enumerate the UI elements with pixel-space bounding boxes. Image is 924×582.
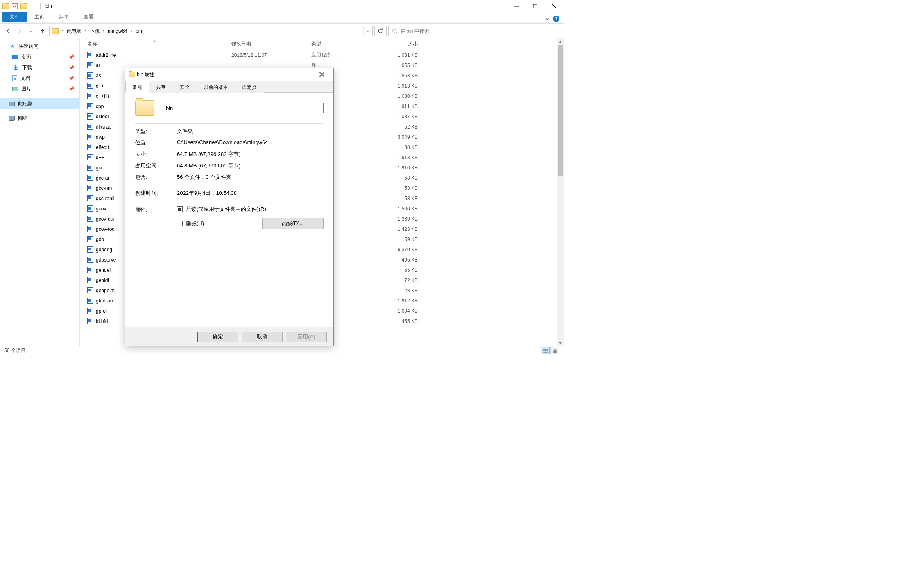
sidebar-item-pictures[interactable]: 图片 📌	[0, 83, 79, 94]
file-size: 28 KB	[377, 288, 422, 293]
sidebar-quick-access[interactable]: ★ 快速访问	[0, 41, 79, 52]
file-type: 应用程序	[311, 52, 377, 59]
file-name: genpeim	[96, 288, 115, 293]
dialog-folder-icon	[129, 72, 135, 77]
network-icon	[9, 116, 15, 121]
help-icon[interactable]: ?	[553, 16, 559, 22]
tab-share[interactable]: 共享	[149, 81, 173, 93]
dialog-titlebar[interactable]: bin 属性	[125, 68, 333, 81]
sidebar-item-label: 此电脑	[18, 100, 33, 107]
desktop-icon	[12, 55, 18, 59]
view-icons-button[interactable]	[550, 347, 559, 354]
tab-home[interactable]: 主页	[27, 12, 52, 22]
tab-security[interactable]: 安全	[173, 81, 197, 93]
advanced-button[interactable]: 高级(D)...	[262, 218, 324, 229]
exe-icon	[87, 216, 93, 222]
tab-previous[interactable]: 以前的版本	[197, 81, 235, 93]
properties-dialog: bin 属性 常规 共享 安全 以前的版本 自定义 类型:文件夹 位置:C:\U…	[125, 68, 334, 346]
file-size: 1,455 KB	[377, 318, 422, 324]
tab-general[interactable]: 常规	[125, 81, 149, 93]
apply-button[interactable]: 应用(A)	[286, 332, 327, 342]
address-folder-icon	[52, 28, 59, 34]
cancel-button[interactable]: 取消	[242, 332, 283, 342]
column-size[interactable]: 大小	[377, 41, 422, 47]
tab-share[interactable]: 共享	[52, 12, 76, 22]
file-size: 495 KB	[377, 257, 422, 263]
up-button[interactable]	[38, 26, 48, 36]
svg-point-6	[393, 29, 396, 32]
sidebar-item-label: 图片	[21, 86, 31, 92]
maximize-button[interactable]	[526, 0, 545, 12]
back-button[interactable]	[3, 26, 13, 36]
value-type: 文件夹	[177, 128, 324, 135]
vertical-scrollbar[interactable]: ▴ ▾	[557, 38, 564, 346]
dialog-close-button[interactable]	[314, 69, 330, 80]
minimize-button[interactable]	[507, 0, 526, 12]
hidden-checkbox[interactable]	[177, 221, 183, 226]
file-name: gcov	[96, 206, 106, 212]
ribbon-toggle-icon[interactable]	[545, 16, 550, 21]
sidebar-item-downloads[interactable]: 下载 📌	[0, 62, 79, 73]
exe-icon	[87, 308, 93, 314]
exe-icon	[87, 236, 93, 242]
ribbon-tabs: 文件 主页 共享 查看 ?	[0, 12, 564, 22]
value-location: C:\Users\Charles\Downloads\mingw64	[177, 139, 324, 147]
column-type[interactable]: 类型	[311, 41, 377, 47]
readonly-checkbox[interactable]	[177, 206, 183, 212]
search-input[interactable]	[400, 28, 557, 34]
qat-check-icon[interactable]	[11, 2, 19, 10]
breadcrumb-thispc[interactable]: 此电脑	[64, 26, 84, 36]
pc-icon	[9, 102, 15, 106]
file-name: c++	[96, 83, 104, 89]
sidebar-item-desktop[interactable]: 桌面 📌	[0, 52, 79, 62]
file-name: cpp	[96, 104, 104, 109]
close-button[interactable]	[545, 0, 564, 12]
breadcrumb-bin[interactable]: bin	[133, 26, 145, 36]
sidebar-item-label: 下载	[22, 64, 32, 71]
file-size: 9,370 KB	[377, 247, 422, 253]
sidebar-item-documents[interactable]: 文档 📌	[0, 73, 79, 83]
scroll-thumb[interactable]	[558, 45, 563, 176]
status-bar: 56 个项目	[0, 346, 564, 355]
view-details-button[interactable]	[541, 347, 550, 354]
file-size: 1,369 KB	[377, 216, 422, 222]
file-row[interactable]: addr2line2018/5/12 11:07应用程序1,031 KB	[80, 50, 564, 60]
file-name: gcc-ar	[96, 175, 109, 181]
scroll-down-icon[interactable]: ▾	[557, 339, 564, 346]
address-dropdown-icon[interactable]	[363, 26, 372, 36]
tab-custom[interactable]: 自定义	[235, 81, 264, 93]
exe-icon	[87, 267, 93, 273]
file-name: gendef	[96, 267, 111, 273]
refresh-button[interactable]	[374, 26, 387, 36]
ok-button[interactable]: 确定	[197, 332, 238, 342]
window-title: bin	[45, 3, 52, 9]
column-name[interactable]: 名称	[87, 41, 231, 47]
sidebar-thispc[interactable]: 此电脑	[0, 98, 79, 109]
qat-folder-icon[interactable]	[20, 3, 27, 9]
qat-overflow-icon[interactable]	[29, 2, 37, 10]
sidebar-network[interactable]: 网络	[0, 113, 79, 124]
exe-icon	[87, 52, 93, 58]
file-name: g++	[96, 155, 104, 160]
exe-icon	[87, 93, 93, 99]
breadcrumb-mingw64[interactable]: mingw64	[105, 26, 130, 36]
address-bar[interactable]: › 此电脑 › 下载 › mingw64 › bin	[49, 26, 373, 36]
file-name: gfortran	[96, 298, 113, 304]
file-size: 1,423 KB	[377, 226, 422, 232]
tab-view[interactable]: 查看	[76, 12, 101, 22]
file-size: 1,094 KB	[377, 308, 422, 314]
column-date[interactable]: 修改日期	[231, 41, 311, 47]
file-size: 1,912 KB	[377, 298, 422, 304]
recent-dropdown[interactable]	[26, 26, 36, 36]
tab-file[interactable]: 文件	[2, 12, 27, 22]
folder-name-input[interactable]	[163, 103, 324, 113]
column-headers: ▴ 名称 修改日期 类型 大小	[80, 38, 564, 50]
svg-rect-12	[553, 349, 555, 350]
scroll-up-icon[interactable]: ▴	[557, 38, 564, 45]
breadcrumb-downloads[interactable]: 下载	[87, 26, 102, 36]
dialog-title: bin 属性	[137, 71, 154, 78]
search-box[interactable]	[388, 26, 560, 36]
exe-icon	[87, 185, 93, 191]
forward-button[interactable]	[15, 26, 25, 36]
file-size: 38 KB	[377, 144, 422, 150]
